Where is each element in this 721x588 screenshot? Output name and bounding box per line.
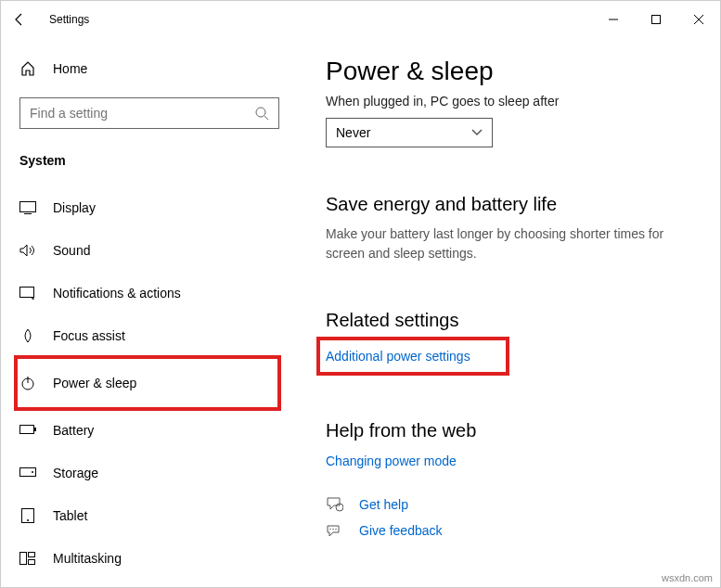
- home-label: Home: [53, 61, 87, 76]
- get-help-link[interactable]: Get help: [359, 497, 408, 512]
- svg-rect-18: [29, 553, 35, 557]
- sidebar-item-display[interactable]: Display: [19, 186, 279, 229]
- sidebar-item-label: Storage: [53, 466, 98, 480]
- minimize-button[interactable]: [592, 1, 635, 38]
- display-icon: [19, 201, 36, 214]
- battery-icon: [19, 425, 36, 436]
- help-heading: Help from the web: [326, 420, 692, 441]
- search-icon: [254, 106, 269, 121]
- give-feedback-link[interactable]: Give feedback: [359, 523, 443, 538]
- additional-power-link-box: Additional power settings: [318, 339, 508, 374]
- sidebar-item-label: Power & sleep: [53, 376, 136, 390]
- feedback-icon: [326, 523, 344, 538]
- get-help-row[interactable]: Get help: [326, 497, 692, 512]
- sidebar-item-focus-assist[interactable]: Focus assist: [19, 314, 279, 357]
- svg-rect-17: [20, 553, 27, 565]
- focus-icon: [19, 328, 36, 343]
- svg-rect-1: [652, 16, 661, 24]
- svg-line-5: [264, 116, 268, 120]
- svg-rect-19: [29, 560, 35, 565]
- svg-point-23: [335, 529, 336, 530]
- sidebar-item-label: Multitasking: [53, 551, 122, 566]
- section-heading: System: [19, 153, 279, 168]
- svg-point-16: [27, 519, 29, 521]
- sidebar-item-notifications[interactable]: Notifications & actions: [19, 272, 279, 314]
- svg-point-22: [332, 529, 333, 530]
- sidebar-item-tablet[interactable]: Tablet: [19, 494, 279, 537]
- storage-icon: [19, 467, 36, 479]
- close-icon: [694, 15, 703, 24]
- page-title: Power & sleep: [326, 57, 692, 86]
- sidebar-item-label: Focus assist: [53, 328, 125, 343]
- search-field[interactable]: [30, 106, 254, 121]
- window-controls: [592, 1, 720, 38]
- sleep-label: When plugged in, PC goes to sleep after: [326, 94, 692, 109]
- sidebar-item-label: Notifications & actions: [53, 286, 181, 300]
- svg-rect-6: [20, 202, 36, 212]
- sidebar-item-label: Tablet: [53, 508, 87, 523]
- sidebar-item-label: Sound: [53, 243, 90, 258]
- sidebar-item-battery[interactable]: Battery: [19, 409, 279, 452]
- maximize-icon: [651, 15, 661, 24]
- energy-text: Make your battery last longer by choosin…: [326, 224, 678, 263]
- search-input[interactable]: [19, 97, 279, 129]
- related-heading: Related settings: [326, 310, 692, 331]
- svg-point-21: [329, 529, 330, 530]
- arrow-left-icon: [12, 12, 27, 27]
- sidebar-item-label: Battery: [53, 423, 94, 438]
- watermark: wsxdn.com: [662, 572, 713, 583]
- home-icon: [19, 61, 36, 76]
- svg-rect-11: [20, 426, 34, 434]
- back-button[interactable]: [1, 1, 38, 38]
- window-title: Settings: [49, 13, 89, 26]
- tablet-icon: [19, 508, 36, 523]
- additional-power-link[interactable]: Additional power settings: [326, 349, 470, 364]
- sidebar-item-sound[interactable]: Sound: [19, 229, 279, 272]
- sleep-dropdown[interactable]: Never: [326, 118, 493, 147]
- main-content: Power & sleep When plugged in, PC goes t…: [298, 38, 720, 587]
- svg-point-4: [256, 108, 265, 117]
- home-button[interactable]: Home: [19, 47, 279, 90]
- sidebar: Home System Display Sound Notifications …: [1, 38, 298, 587]
- dropdown-value: Never: [336, 125, 370, 140]
- changing-power-mode-link[interactable]: Changing power mode: [326, 454, 457, 468]
- maximize-button[interactable]: [635, 1, 677, 38]
- energy-heading: Save energy and battery life: [326, 194, 692, 215]
- minimize-icon: [609, 15, 618, 24]
- sidebar-item-label: Display: [53, 200, 96, 215]
- svg-point-14: [32, 471, 33, 473]
- svg-rect-8: [20, 288, 34, 298]
- power-icon: [19, 376, 36, 390]
- sound-icon: [19, 244, 36, 257]
- close-button[interactable]: [677, 1, 720, 38]
- titlebar: Settings: [1, 1, 720, 38]
- sidebar-item-multitasking[interactable]: Multitasking: [19, 537, 279, 580]
- svg-rect-12: [34, 428, 36, 431]
- sidebar-item-storage[interactable]: Storage: [19, 452, 279, 494]
- multitasking-icon: [19, 552, 36, 565]
- give-feedback-row[interactable]: Give feedback: [326, 523, 692, 538]
- chat-icon: [326, 497, 344, 512]
- chevron-down-icon: [471, 129, 483, 136]
- sidebar-item-power-sleep[interactable]: Power & sleep: [16, 357, 279, 409]
- notifications-icon: [19, 287, 36, 300]
